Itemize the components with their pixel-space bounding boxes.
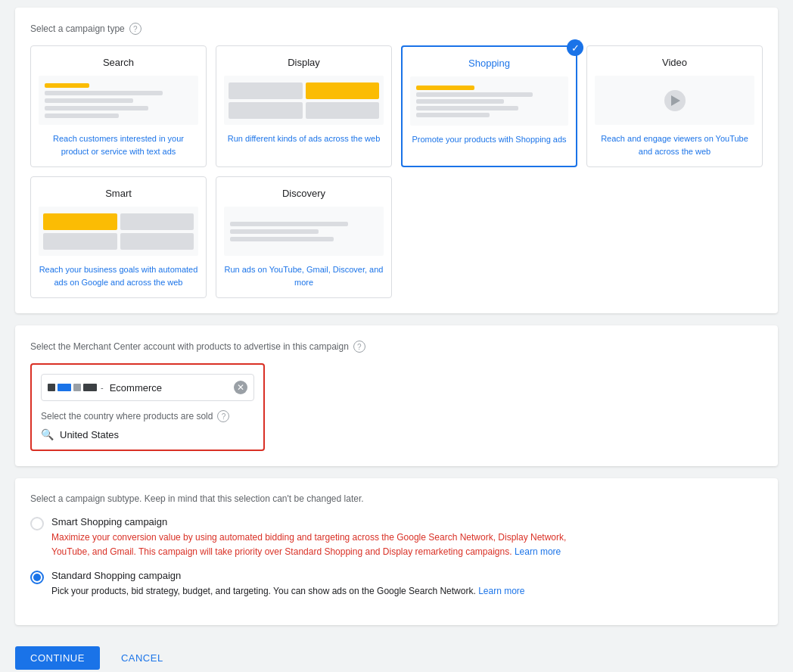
country-row: 🔍 United States	[41, 428, 254, 440]
merchant-icon-2	[58, 384, 71, 391]
display-ad-mock	[224, 76, 384, 125]
campaign-type-shopping[interactable]: ✓ Shopping Promote your products with Sh…	[401, 45, 577, 167]
smart-shopping-learn-more[interactable]: Learn more	[515, 546, 561, 557]
campaign-type-display[interactable]: Display Run different kinds of ads acros…	[216, 45, 392, 167]
merchant-icon-3	[73, 384, 81, 391]
smart-shopping-radio[interactable]	[30, 517, 44, 530]
campaign-subtype-section: Select a campaign subtype. Keep in mind …	[15, 478, 778, 625]
country-help-icon[interactable]: ?	[217, 410, 229, 422]
merchant-account-row: - Ecommerce ✕	[41, 374, 254, 401]
merchant-icon-1	[48, 384, 55, 391]
standard-shopping-option[interactable]: Standard Shopping campaign Pick your pro…	[30, 570, 763, 599]
cancel-button[interactable]: CANCEL	[106, 646, 179, 670]
subtype-note: Select a campaign subtype. Keep in mind …	[30, 493, 763, 504]
video-ad-mock	[595, 76, 754, 125]
discovery-ad-mock	[224, 207, 384, 256]
standard-shopping-learn-more[interactable]: Learn more	[478, 586, 524, 596]
radio-selected-dot	[33, 574, 41, 581]
country-search-icon: 🔍	[41, 428, 54, 440]
smart-shopping-desc: Maximize your conversion value by using …	[51, 532, 566, 557]
campaign-type-discovery[interactable]: Discovery Run ads on YouTube, Gmail, Dis…	[216, 176, 392, 298]
footer-buttons: CONTINUE CANCEL	[15, 637, 778, 672]
campaign-type-help-icon[interactable]: ?	[129, 23, 141, 35]
search-ad-mock	[39, 76, 198, 125]
smart-ad-mock	[39, 207, 198, 256]
campaign-type-label: Select a campaign type ?	[30, 23, 763, 35]
merchant-box: - Ecommerce ✕ Select the country where p…	[30, 363, 265, 451]
selected-checkmark: ✓	[567, 39, 583, 56]
merchant-icon-group: -	[48, 383, 104, 392]
campaign-type-search[interactable]: Search Reach customers interested in you…	[30, 45, 207, 167]
country-label: Select the country where products are so…	[41, 410, 254, 422]
merchant-help-icon[interactable]: ?	[353, 341, 365, 353]
standard-shopping-content: Standard Shopping campaign Pick your pro…	[51, 570, 525, 599]
shopping-ad-mock	[410, 76, 568, 126]
merchant-icon-4	[83, 384, 97, 391]
clear-merchant-icon[interactable]: ✕	[234, 381, 247, 394]
play-button-icon	[664, 90, 686, 111]
campaign-type-grid-row2: Smart Reach your business goals with aut…	[30, 176, 763, 298]
campaign-type-grid-row1: Search Reach customers interested in you…	[30, 45, 763, 167]
smart-shopping-option[interactable]: Smart Shopping campaign Maximize your co…	[30, 516, 763, 559]
smart-shopping-content: Smart Shopping campaign Maximize your co…	[51, 516, 581, 559]
merchant-label: Select the Merchant Center account with …	[30, 341, 763, 353]
merchant-center-section: Select the Merchant Center account with …	[15, 325, 778, 466]
standard-shopping-radio[interactable]	[30, 571, 44, 584]
continue-button[interactable]: CONTINUE	[15, 646, 100, 670]
campaign-type-video[interactable]: Video Reach and engage viewers on YouTub…	[586, 45, 763, 167]
campaign-type-smart[interactable]: Smart Reach your business goals with aut…	[30, 176, 207, 298]
campaign-type-section: Select a campaign type ? Search Reach cu…	[15, 8, 778, 313]
standard-shopping-desc: Pick your products, bid strategy, budget…	[51, 586, 476, 596]
